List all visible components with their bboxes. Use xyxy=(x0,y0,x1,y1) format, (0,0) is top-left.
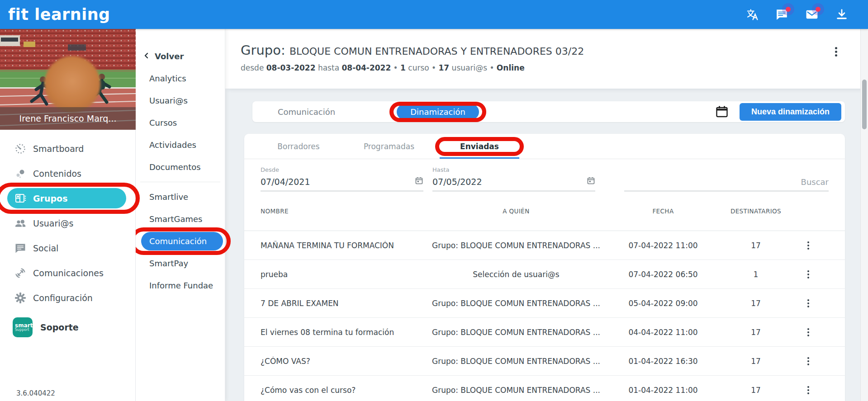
group-menu-button[interactable] xyxy=(835,47,837,57)
signal-icon xyxy=(14,267,26,279)
user-name: Irene Francisco Marq... xyxy=(0,107,136,130)
sidebar-item-social[interactable]: Social xyxy=(0,236,135,260)
col-fecha: FECHA xyxy=(602,208,724,215)
kebab-icon xyxy=(835,47,837,57)
sidebar-item-label: Social xyxy=(33,243,58,253)
row-menu-icon[interactable] xyxy=(787,299,829,307)
sidebar-item-comunicaciones[interactable]: Comunicaciones xyxy=(0,260,135,285)
sidebar-item-contenidos[interactable]: Contenidos xyxy=(0,161,135,186)
subnav-comunicacion[interactable]: Comunicación xyxy=(141,232,223,250)
app-version: 3.6.040422 xyxy=(16,389,55,397)
date-from-field[interactable]: Desde 07/04/2021 xyxy=(261,166,423,191)
gear-icon xyxy=(14,292,26,304)
group-subtitle: desde 08-03-2022 hasta 08-04-2022 • 1 cu… xyxy=(241,63,868,72)
sidebar-item-label: Contenidos xyxy=(33,169,81,179)
new-dinamization-button[interactable]: Nueva dinamización xyxy=(740,103,841,121)
table-row[interactable]: MAÑANA TERMINA TU FORMACIÓN Grupo: BLOQU… xyxy=(244,231,845,260)
subnav-smartpay[interactable]: SmartPay xyxy=(136,252,225,274)
tab-borradores[interactable]: Borradores xyxy=(253,134,344,159)
table-row[interactable]: ¿CÓMO VAS? Grupo: BLOQUE COMUN ENTRENADO… xyxy=(244,347,845,376)
row-menu-icon[interactable] xyxy=(787,241,829,250)
communication-toolbar: Comunicación Dinamización Nueva dinamiza… xyxy=(252,101,845,122)
people-icon xyxy=(14,217,26,229)
sidebar-item-soporte[interactable]: smart Support Soporte xyxy=(0,317,135,337)
bubbles-icon xyxy=(14,168,26,179)
vertical-scrollbar[interactable] xyxy=(860,29,868,401)
mail-icon[interactable] xyxy=(806,8,818,21)
page-title: Grupo: BLOQUE COMUN ENTRENADORAS Y ENTRE… xyxy=(241,42,868,58)
back-button[interactable]: Volver xyxy=(136,45,225,67)
row-menu-icon[interactable] xyxy=(787,270,829,278)
table-row[interactable]: ¿Cómo vas con el curso? Grupo: BLOQUE CO… xyxy=(244,376,845,401)
calendar-small-icon[interactable] xyxy=(587,176,595,187)
top-app-bar: fit learning xyxy=(0,0,868,29)
translate-icon[interactable] xyxy=(746,8,759,21)
soporte-label: Soporte xyxy=(40,322,79,332)
tab-programadas[interactable]: Programadas xyxy=(344,134,434,159)
subnav-smartlive[interactable]: Smartlive xyxy=(136,186,225,208)
sidebar-item-grupos[interactable]: Grupos xyxy=(7,188,126,208)
col-destinatarios: DESTINATARIOS xyxy=(724,208,787,215)
tab-enviadas[interactable]: Enviadas xyxy=(434,134,525,159)
primary-sidebar: Irene Francisco Marq... Smartboard C xyxy=(0,29,136,401)
subnav-smartgames[interactable]: SmartGames xyxy=(136,208,225,230)
col-a-quien: A QUIÉN xyxy=(430,208,602,215)
tab-comunicacion[interactable]: Comunicación xyxy=(270,107,342,117)
scrollbar-thumb[interactable] xyxy=(862,80,867,129)
sidebar-item-usuarios[interactable]: Usuari@s xyxy=(0,211,135,236)
messages-card: Borradores Programadas Enviadas Desde 07… xyxy=(244,134,845,401)
topbar-actions xyxy=(746,0,848,29)
subnav-informe-fundae[interactable]: Informe Fundae xyxy=(136,274,225,297)
table-row[interactable]: 7 DE ABRIL EXAMEN Grupo: BLOQUE COMUN EN… xyxy=(244,289,845,318)
chevron-left-icon xyxy=(143,52,150,61)
group-header: Grupo: BLOQUE COMUN ENTRENADORAS Y ENTRE… xyxy=(225,29,868,89)
col-nombre: NOMBRE xyxy=(261,208,430,215)
filters-row: Desde 07/04/2021 Hasta xyxy=(244,159,845,191)
date-to-value: 07/05/2022 xyxy=(432,177,482,187)
gauge-icon xyxy=(14,143,26,155)
chat-notification-dot xyxy=(786,7,791,12)
main-content: Grupo: BLOQUE COMUN ENTRENADORAS Y ENTRE… xyxy=(225,29,868,401)
subnav-cursos[interactable]: Cursos xyxy=(136,112,225,134)
subnav-analytics[interactable]: Analytics xyxy=(136,67,225,90)
subnav-actividades[interactable]: Actividades xyxy=(136,134,225,156)
download-icon[interactable] xyxy=(835,8,848,21)
chat-icon[interactable] xyxy=(776,8,788,21)
grid-icon xyxy=(14,193,26,204)
active-tab-underline xyxy=(440,157,519,159)
sidebar-item-configuracion[interactable]: Configuración xyxy=(0,285,135,310)
table-row[interactable]: El viernes 08 termina tu formación Grupo… xyxy=(244,318,845,347)
row-menu-icon[interactable] xyxy=(787,357,829,365)
sidebar-item-label: Configuración xyxy=(33,293,93,303)
mail-notification-dot xyxy=(816,7,821,12)
table-header: NOMBRE A QUIÉN FECHA DESTINATARIOS xyxy=(244,191,845,231)
group-sidebar: Volver Analytics Usuari@s Cursos Activid… xyxy=(136,29,225,401)
table-row[interactable]: prueba Selección de usuari@s 07-04-2022 … xyxy=(244,260,845,289)
sidebar-item-label: Usuari@s xyxy=(33,218,73,228)
sidebar-item-label: Comunicaciones xyxy=(33,268,104,278)
calendar-icon[interactable] xyxy=(715,105,729,118)
search-input[interactable] xyxy=(624,177,829,191)
sidebar-item-smartboard[interactable]: Smartboard xyxy=(0,136,135,161)
tab-dinamizacion[interactable]: Dinamización xyxy=(397,104,479,120)
subnav-usuarios[interactable]: Usuari@s xyxy=(136,90,225,112)
group-name: BLOQUE COMUN ENTRENADORAS Y ENTRENADORES… xyxy=(289,46,584,57)
calendar-small-icon[interactable] xyxy=(415,176,423,187)
chat-square-icon xyxy=(14,242,26,254)
messages-tabs: Borradores Programadas Enviadas xyxy=(244,134,845,159)
app-logo: fit learning xyxy=(8,5,110,24)
subnav-divider xyxy=(140,182,220,182)
date-from-value: 07/04/2021 xyxy=(261,177,310,187)
search-field xyxy=(624,166,829,191)
sidebar-item-label: Grupos xyxy=(33,193,67,203)
date-to-field[interactable]: Hasta 07/05/2022 xyxy=(432,166,595,191)
sidebar-item-label: Smartboard xyxy=(33,144,84,154)
subnav-documentos[interactable]: Documentos xyxy=(136,156,225,178)
row-menu-icon[interactable] xyxy=(787,386,829,394)
smart-support-logo: smart Support xyxy=(13,317,33,337)
sidebar-menu: Smartboard Contenidos xyxy=(0,130,135,337)
row-menu-icon[interactable] xyxy=(787,328,829,336)
profile-photo: Irene Francisco Marq... xyxy=(0,29,136,130)
